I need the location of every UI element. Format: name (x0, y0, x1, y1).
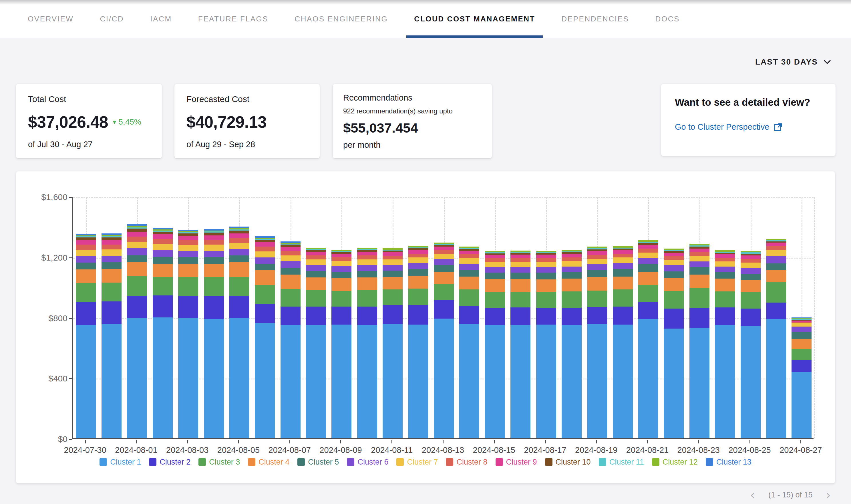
cluster-perspective-link[interactable]: Go to Cluster Perspective (675, 122, 822, 132)
bar-segment (587, 259, 607, 264)
bar-segment (280, 274, 300, 289)
bar-segment (306, 307, 326, 325)
stacked-bar-2024-08-13[interactable] (434, 242, 454, 438)
bar-segment (690, 249, 710, 252)
bar-segment (127, 232, 147, 237)
legend-item-cluster-10[interactable]: Cluster 10 (545, 458, 591, 467)
stacked-bar-2024-08-21[interactable] (638, 240, 658, 438)
legend-item-cluster-9[interactable]: Cluster 9 (496, 458, 537, 467)
bar-segment (178, 257, 198, 264)
legend-item-cluster-2[interactable]: Cluster 2 (149, 458, 190, 467)
bar-segment (434, 259, 454, 265)
forecasted-cost-card: Forecasted Cost $40,729.13 of Aug 29 - S… (174, 84, 320, 158)
bar-segment (690, 274, 710, 288)
stacked-bar-2024-08-16[interactable] (510, 251, 531, 438)
stacked-bar-2024-08-25[interactable] (741, 251, 761, 438)
legend-swatch (706, 458, 713, 466)
stacked-bar-2024-08-06[interactable] (255, 236, 275, 438)
x-axis-label: 2024-08-11 (371, 446, 413, 455)
bar-segment (331, 266, 351, 272)
stacked-bar-2024-07-31[interactable] (102, 233, 122, 438)
bar-segment (510, 307, 531, 325)
bar-segment (178, 277, 198, 296)
stacked-bar-2024-07-30[interactable] (76, 234, 96, 438)
stacked-bar-2024-08-01[interactable] (127, 224, 147, 438)
tab-feature-flags[interactable]: FEATURE FLAGS (190, 0, 276, 38)
stacked-bar-2024-08-10[interactable] (357, 248, 377, 438)
legend-item-cluster-13[interactable]: Cluster 13 (706, 458, 751, 467)
legend-item-cluster-8[interactable]: Cluster 8 (446, 458, 487, 467)
stacked-bar-2024-08-15[interactable] (485, 251, 505, 438)
tab-chaos-engineering[interactable]: CHAOS ENGINEERING (287, 0, 396, 38)
x-axis-tick (392, 440, 392, 444)
bar-segment (638, 302, 658, 319)
tab-cicd[interactable]: CI/CD (92, 0, 132, 38)
bar-segment (613, 307, 633, 324)
stacked-bar-2024-08-11[interactable] (383, 248, 403, 438)
stacked-bar-2024-08-02[interactable] (153, 228, 173, 438)
legend-item-cluster-11[interactable]: Cluster 11 (599, 458, 644, 467)
bar-segment (357, 252, 377, 255)
x-axis-label: 2024-08-13 (422, 446, 464, 455)
stacked-bar-2024-08-17[interactable] (536, 251, 556, 438)
legend-item-cluster-7[interactable]: Cluster 7 (396, 458, 438, 467)
stacked-bar-2024-08-26[interactable] (766, 239, 786, 438)
bar-segment (715, 278, 735, 291)
legend-item-cluster-6[interactable]: Cluster 6 (347, 458, 388, 467)
stacked-bar-2024-08-09[interactable] (331, 250, 351, 438)
stacked-bar-2024-08-18[interactable] (562, 250, 581, 438)
bar-slot (405, 246, 431, 438)
stacked-bar-2024-08-05[interactable] (229, 227, 249, 438)
bar-segment (792, 372, 812, 438)
bar-segment (127, 318, 147, 438)
legend-label: Cluster 6 (358, 458, 388, 467)
legend-item-cluster-4[interactable]: Cluster 4 (248, 458, 289, 467)
stacked-bar-2024-08-14[interactable] (459, 247, 479, 438)
stacked-bar-2024-08-04[interactable] (204, 229, 224, 438)
tab-cloud-cost-management[interactable]: CLOUD COST MANAGEMENT (406, 0, 543, 38)
bar-segment (178, 240, 198, 245)
stacked-bar-2024-08-08[interactable] (306, 248, 326, 438)
bar-segment (306, 277, 326, 290)
stacked-bar-2024-08-23[interactable] (690, 244, 710, 438)
stacked-bar-2024-08-19[interactable] (587, 247, 607, 438)
legend-item-cluster-12[interactable]: Cluster 12 (652, 458, 698, 467)
bar-segment (383, 277, 403, 289)
cost-chart-card: Cluster 1Cluster 2Cluster 3Cluster 4Clus… (16, 172, 835, 483)
stacked-bar-2024-08-12[interactable] (409, 246, 428, 438)
x-axis-tick (238, 440, 239, 444)
total-cost-card: Total Cost $37,026.48 ▾ 5.45% of Jul 30 … (16, 84, 162, 158)
bar-segment (306, 290, 326, 307)
stacked-bar-2024-08-24[interactable] (715, 250, 735, 438)
bar-segment (255, 264, 275, 270)
bar-segment (153, 244, 173, 250)
legend-item-cluster-3[interactable]: Cluster 3 (198, 458, 240, 467)
recommendations-subtitle: 922 recommendation(s) saving upto (343, 107, 482, 115)
bar-segment (434, 284, 454, 300)
tab-iacm[interactable]: IACM (142, 0, 179, 38)
date-range-selector[interactable]: LAST 30 DAYS (755, 55, 831, 69)
bar-slot (559, 250, 584, 438)
stacked-bar-2024-08-03[interactable] (178, 230, 198, 438)
bar-segment (102, 249, 122, 255)
x-axis-tick (698, 440, 699, 444)
bar-segment (255, 242, 275, 247)
bar-segment (741, 259, 761, 263)
pagination-next-button[interactable]: › (826, 488, 831, 501)
bar-segment (536, 273, 556, 280)
tab-docs[interactable]: DOCS (648, 0, 688, 38)
x-axis-label: 2024-08-17 (524, 446, 566, 455)
bar-segment (613, 254, 633, 257)
stacked-bar-2024-08-07[interactable] (280, 241, 300, 438)
bar-slot (226, 227, 252, 438)
tab-dependencies[interactable]: DEPENDENCIES (554, 0, 637, 38)
tab-overview[interactable]: OVERVIEW (20, 0, 81, 38)
legend-item-cluster-5[interactable]: Cluster 5 (297, 458, 339, 467)
stacked-bar-2024-08-27[interactable] (792, 318, 812, 438)
stacked-bar-2024-08-22[interactable] (664, 249, 684, 438)
bar-segment (280, 245, 300, 247)
pagination-prev-button[interactable]: ‹ (750, 488, 755, 501)
bar-segment (792, 339, 812, 349)
legend-item-cluster-1[interactable]: Cluster 1 (100, 458, 141, 467)
stacked-bar-2024-08-20[interactable] (613, 246, 633, 438)
